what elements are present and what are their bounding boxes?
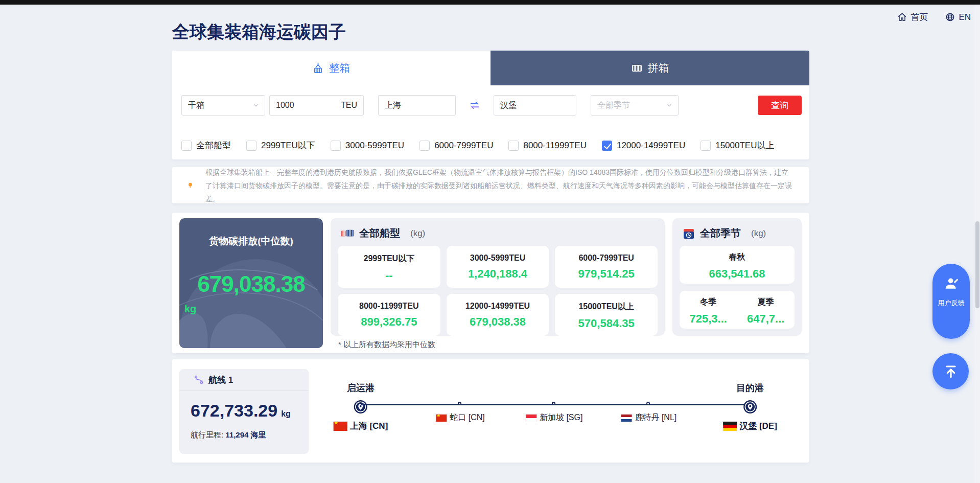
stat-label: 冬季 <box>680 297 737 308</box>
destination-endpoint: 目的港 汉堡 [DE] <box>723 382 777 432</box>
route-distance-value: 11,294 海里 <box>225 430 266 439</box>
checkbox[interactable] <box>246 141 256 151</box>
stop-name-text: 蛇口 [CN] <box>450 412 484 423</box>
nav-home[interactable]: 首页 <box>897 11 928 23</box>
filter-item[interactable]: 8000-11999TEU <box>508 141 587 151</box>
filter-item[interactable]: 3000-5999TEU <box>331 141 404 151</box>
ship-types-header: 全部船型 (kg) <box>331 218 665 240</box>
filter-item[interactable]: 2999TEU以下 <box>246 140 315 151</box>
season-stat: 夏季647,7... <box>737 297 795 329</box>
container-icon <box>631 62 643 74</box>
nav-language[interactable]: EN <box>945 12 971 22</box>
de-flag-icon <box>723 422 737 431</box>
tab-lcl[interactable]: 拼箱 <box>491 51 809 85</box>
filter-label: 8000-11999TEU <box>523 141 587 151</box>
filter-item[interactable]: 12000-14999TEU <box>602 141 685 151</box>
destination-port-field[interactable] <box>494 95 576 116</box>
top-navigation: 首页 EN <box>897 11 971 23</box>
stat-value: 899,326.75 <box>338 315 440 329</box>
route-card: 航线 1 672,733.29 kg 航行里程: 11,294 海里 启运港 上… <box>172 359 809 463</box>
filter-label: 全部船型 <box>196 140 231 151</box>
route-stop-label: 新加坡 [SG] <box>526 412 582 423</box>
checkbox-checked[interactable] <box>602 141 612 151</box>
checkbox[interactable] <box>701 141 711 151</box>
cn-flag-icon <box>334 422 347 431</box>
scrollbar-thumb[interactable] <box>975 221 979 308</box>
route-summary-tile: 航线 1 672,733.29 kg 航行里程: 11,294 海里 <box>179 369 309 454</box>
filter-item[interactable]: 全部船型 <box>181 140 231 151</box>
destination-name-text: 汉堡 [DE] <box>739 420 777 432</box>
ship-type-stat-card: 8000-11999TEU899,326.75 <box>338 294 440 336</box>
checkbox[interactable] <box>181 141 192 151</box>
checkbox[interactable] <box>508 141 519 151</box>
nav-home-label: 首页 <box>911 11 928 23</box>
stat-label: 15000TEU以上 <box>555 302 658 312</box>
ship-type-stat-card: 6000-7999TEU979,514.25 <box>555 246 658 288</box>
notice-text: 根据全球集装箱船上一完整年度的港到港历史航段数据，我们依据GLEC框架（物流温室… <box>205 166 794 205</box>
origin-port-input[interactable] <box>385 101 449 110</box>
destination-pin-icon <box>743 400 757 414</box>
season-select[interactable]: 全部季节 <box>591 95 679 116</box>
ship-type-filter-list: 全部船型2999TEU以下3000-5999TEU6000-7999TEU800… <box>181 140 774 151</box>
median-footnote: * 以上所有数据均采用中位数 <box>338 340 435 350</box>
seasons-title: 全部季节 <box>700 226 741 240</box>
ship-types-title: 全部船型 <box>359 226 400 240</box>
summary-value: 679,038.38 <box>179 271 323 297</box>
form-row: 干箱 TEU 全部季节 查询 <box>181 95 802 116</box>
route-stop-node <box>458 402 461 405</box>
stat-value: 679,038.38 <box>447 315 549 329</box>
search-button[interactable]: 查询 <box>758 96 802 115</box>
tab-fcl[interactable]: 整箱 <box>172 51 491 85</box>
chevron-down-icon <box>252 102 260 109</box>
quantity-field[interactable]: TEU <box>269 95 364 116</box>
filter-label: 12000-14999TEU <box>617 141 685 151</box>
ship-type-grid: 2999TEU以下--3000-5999TEU1,240,188.46000-7… <box>338 246 658 336</box>
carbon-summary-tile: 货物碳排放(中位数) 679,038.38 kg <box>179 218 323 348</box>
route-distance: 航行里程: 11,294 海里 <box>191 430 266 440</box>
origin-label: 启运港 <box>347 382 375 394</box>
back-to-top-button[interactable] <box>932 353 969 389</box>
stat-label: 3000-5999TEU <box>447 254 549 263</box>
container-type-select[interactable]: 干箱 <box>181 95 265 116</box>
scrollbar-track[interactable] <box>975 5 980 483</box>
filter-label: 3000-5999TEU <box>345 141 404 151</box>
filter-label: 6000-7999TEU <box>434 141 493 151</box>
route-stop-label: 蛇口 [CN] <box>436 412 484 423</box>
page-title: 全球集装箱海运碳因子 <box>172 20 346 44</box>
crane-container-icon <box>312 62 324 74</box>
results-card: 货物碳排放(中位数) 679,038.38 kg 全部船型 (kg) 2999T… <box>172 213 809 353</box>
swap-ports-button[interactable] <box>456 100 494 111</box>
home-icon <box>897 12 907 22</box>
route-tile-header: 航线 1 <box>179 369 309 391</box>
origin-port-field[interactable] <box>378 95 456 116</box>
season-primary-value: 663,541.68 <box>680 267 795 281</box>
nl-flag-icon <box>621 415 632 422</box>
ship-type-stat-card: 12000-14999TEU679,038.38 <box>447 294 549 336</box>
summary-title: 货物碳排放(中位数) <box>179 235 323 248</box>
filter-item[interactable]: 15000TEU以上 <box>701 140 774 151</box>
route-value-row: 672,733.29 kg <box>191 401 291 421</box>
globe-icon <box>945 12 955 22</box>
stat-label: 12000-14999TEU <box>447 302 549 311</box>
ship-type-stat-card: 3000-5999TEU1,240,188.4 <box>447 246 549 288</box>
route-stop-node <box>646 402 650 405</box>
quantity-unit: TEU <box>341 101 357 110</box>
tab-bar: 整箱 拼箱 <box>172 51 809 85</box>
route-distance-label: 航行里程: <box>191 430 223 439</box>
summary-unit: kg <box>184 303 196 315</box>
destination-port-input[interactable] <box>500 101 570 110</box>
quantity-input[interactable] <box>276 101 338 110</box>
filter-label: 15000TEU以上 <box>715 140 774 151</box>
tab-lcl-label: 拼箱 <box>648 61 669 75</box>
sg-flag-icon <box>526 415 536 422</box>
destination-port-name: 汉堡 [DE] <box>723 420 777 432</box>
checkbox[interactable] <box>331 141 341 151</box>
feedback-button[interactable]: 用户反馈 <box>932 264 970 339</box>
filter-item[interactable]: 6000-7999TEU <box>419 141 493 151</box>
season-value: 全部季节 <box>597 100 630 111</box>
feedback-label: 用户反馈 <box>938 298 965 308</box>
containers-icon <box>341 228 354 239</box>
route-stop-node <box>552 402 555 405</box>
route-emission-value: 672,733.29 <box>191 401 277 421</box>
checkbox[interactable] <box>419 141 430 151</box>
